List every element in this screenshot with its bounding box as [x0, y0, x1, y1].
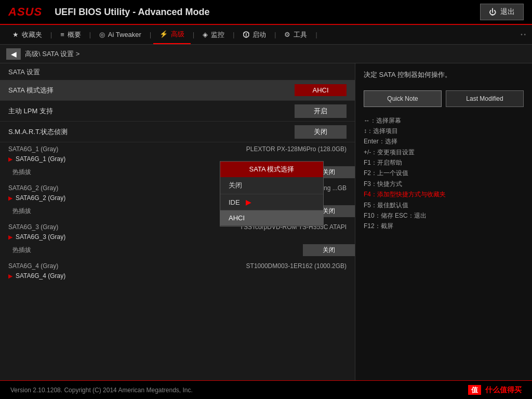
nav-item-ai-tweaker[interactable]: ◎ Ai Tweaker	[93, 25, 148, 44]
help-text: 决定 SATA 控制器如何操作。	[364, 70, 524, 80]
nav-item-advanced[interactable]: ⚡ 高级	[153, 25, 191, 44]
nav-item-tools[interactable]: ⚙ 工具	[278, 25, 313, 44]
asus-logo: ASUS	[8, 5, 42, 19]
arrow-icon-1: ▶	[8, 156, 12, 163]
nav-divider-6: |	[274, 31, 276, 38]
key-hint-enter: Enter：选择	[364, 136, 524, 147]
dropdown-popup: SATA 模式选择 关闭 IDE ▶ AHCI	[220, 161, 324, 227]
key-hints: ↔：选择屏幕 ↕：选择项目 Enter：选择 +/-：变更项目设置 F1：开启帮…	[364, 115, 524, 232]
footer-logo-text: 什么值得买	[485, 385, 522, 394]
action-buttons: Quick Note Last Modified	[364, 90, 524, 107]
sata-port-1-id: SATA6G_1 (Gray)	[8, 145, 58, 153]
sata-port-4-id: SATA6G_4 (Gray)	[8, 262, 58, 270]
sata-port-1-header: SATA6G_1 (Gray) PLEXTOR PX-128M6Pro (128…	[8, 145, 347, 153]
nav-label-overview: 概要	[68, 30, 81, 39]
setting-label-lpm: 主动 LPM 支持	[8, 107, 295, 116]
key-hint-f4: F4：添加型快捷方式与收藏夹	[364, 189, 524, 200]
sata-port-1-label: SATA6G_1 (Gray)	[16, 155, 65, 163]
footer-version-text: Version 2.10.1208. Copyright (C) 2014 Am…	[10, 387, 193, 394]
sata-hotplug-3-row[interactable]: 热插拔 关闭	[0, 243, 355, 259]
sata-port-4-section: SATA6G_4 (Gray) ST1000DM003-1ER162 (1000…	[0, 259, 355, 282]
tools-icon: ⚙	[284, 31, 290, 38]
right-panel: 决定 SATA 控制器如何操作。 Quick Note Last Modifie…	[355, 63, 532, 380]
nav-label-tools: 工具	[294, 30, 307, 39]
key-hint-f10-esc: F10：储存 ESC：退出	[364, 210, 524, 221]
exit-label: 退出	[500, 7, 515, 17]
header-title: UEFI BIOS Utility - Advanced Mode	[55, 7, 480, 18]
nav-divider-4: |	[193, 31, 194, 38]
setting-value-lpm[interactable]: 开启	[295, 104, 347, 118]
sata-hotplug-3-value[interactable]: 关闭	[303, 244, 355, 256]
setting-value-sata-mode[interactable]: AHCI	[295, 84, 347, 96]
breadcrumb-bar: ◀ 高级\ SATA 设置 >	[0, 45, 532, 63]
sata-port-4-label: SATA6G_4 (Gray)	[16, 272, 65, 280]
star-icon: ★	[12, 31, 19, 38]
quick-note-button[interactable]: Quick Note	[364, 90, 442, 107]
nav-divider-7: |	[315, 31, 317, 38]
nav-divider-5: |	[233, 31, 234, 38]
nav-item-boot[interactable]: ⏼ 启动	[236, 25, 272, 44]
sata-hotplug-3-label: 热插拔	[8, 246, 303, 255]
key-hint-arrows-v: ↕：选择项目	[364, 126, 524, 136]
footer-logo: 值 什么值得买	[468, 385, 522, 395]
back-button[interactable]: ◀	[6, 48, 21, 60]
sata-port-3-label: SATA6G_3 (Gray)	[16, 233, 65, 241]
dropdown-item-off[interactable]: 关闭	[220, 177, 323, 194]
setting-value-smart[interactable]: 关闭	[295, 125, 347, 139]
sata-port-4-name[interactable]: ▶ SATA6G_4 (Gray)	[8, 271, 347, 281]
sata-port-2-id: SATA6G_2 (Gray)	[8, 184, 58, 192]
key-hint-f5: F5：最佳默认值	[364, 200, 524, 210]
key-hint-arrows-h: ↔：选择屏幕	[364, 115, 524, 126]
sata-port-2-label: SATA6G_2 (Gray)	[16, 194, 65, 202]
arrow-icon-2: ▶	[8, 195, 12, 202]
dropdown-title: SATA 模式选择	[220, 162, 323, 177]
boot-icon: ⏼	[243, 31, 249, 38]
setting-label-sata-mode: SATA 模式选择	[8, 86, 295, 95]
nav-divider-1: |	[50, 31, 52, 38]
arrow-icon-3: ▶	[8, 234, 12, 241]
sata-port-1-device: PLEXTOR PX-128M6Pro (128.0GB)	[246, 145, 347, 153]
setting-label-smart: S.M.A.R.T.状态侦测	[8, 127, 295, 137]
setting-row-smart[interactable]: S.M.A.R.T.状态侦测 关闭	[0, 122, 355, 142]
key-hint-plusminus: +/-：变更项目设置	[364, 147, 524, 157]
sata-port-3-name[interactable]: ▶ SATA6G_3 (Gray)	[8, 232, 347, 242]
nav-dots: • •	[521, 32, 526, 37]
monitor-icon: ◈	[203, 31, 208, 38]
footer-logo-badge: 值	[468, 385, 481, 395]
list-icon: ≡	[60, 31, 64, 38]
cursor-icon: ▶	[246, 198, 251, 206]
arrow-icon-4: ▶	[8, 273, 12, 280]
sata-port-4-header: SATA6G_4 (Gray) ST1000DM003-1ER162 (1000…	[8, 262, 347, 270]
nav-item-overview[interactable]: ≡ 概要	[54, 25, 87, 44]
setting-row-lpm[interactable]: 主动 LPM 支持 开启	[0, 101, 355, 122]
nav-label-advanced: 高级	[171, 30, 184, 39]
nav-divider-3: |	[150, 31, 151, 38]
exit-button[interactable]: ⏻ 退出	[480, 4, 524, 20]
nav-item-monitor[interactable]: ◈ 监控	[196, 25, 231, 44]
header: ASUS UEFI BIOS Utility - Advanced Mode ⏻…	[0, 0, 532, 25]
ai-icon: ◎	[99, 31, 105, 38]
dropdown-item-ide[interactable]: IDE ▶	[220, 194, 323, 210]
nav-label-ai-tweaker: Ai Tweaker	[108, 31, 141, 38]
exit-icon: ⏻	[489, 8, 496, 16]
nav-label-favorites: 收藏夹	[22, 30, 42, 39]
breadcrumb: 高级\ SATA 设置 >	[25, 49, 79, 59]
key-hint-f3: F3：快捷方式	[364, 179, 524, 189]
footer: Version 2.10.1208. Copyright (C) 2014 Am…	[0, 380, 532, 399]
last-modified-button[interactable]: Last Modified	[446, 90, 524, 107]
nav-item-favorites[interactable]: ★ 收藏夹	[6, 25, 48, 44]
setting-row-sata-mode[interactable]: SATA 模式选择 AHCI	[0, 80, 355, 101]
section-title: SATA 设置	[0, 63, 355, 80]
sata-port-4-device: ST1000DM003-1ER162 (1000.2GB)	[246, 262, 347, 270]
dropdown-item-ahci[interactable]: AHCI	[220, 210, 323, 226]
nav-label-boot: 启动	[252, 30, 266, 39]
nav-bar: ★ 收藏夹 | ≡ 概要 | ◎ Ai Tweaker | ⚡ 高级 | ◈ 监…	[0, 25, 532, 45]
nav-label-monitor: 监控	[211, 30, 224, 39]
key-hint-f12: F12：截屏	[364, 221, 524, 231]
nav-divider-2: |	[89, 31, 91, 38]
advanced-icon: ⚡	[159, 30, 168, 38]
key-hint-f1: F1：开启帮助	[364, 157, 524, 168]
sata-port-3-id: SATA6G_3 (Gray)	[8, 223, 58, 231]
key-hint-f2: F2：上一个设值	[364, 168, 524, 178]
